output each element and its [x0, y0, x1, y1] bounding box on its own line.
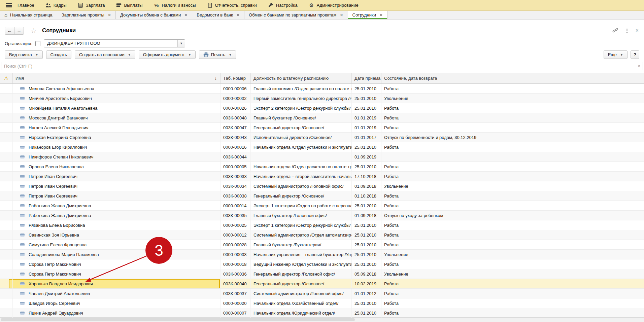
table-row[interactable]: Никаноров Егор Кириллович0000-00016Начал…: [0, 142, 644, 152]
forward-button[interactable]: →: [14, 27, 24, 34]
table-row[interactable]: Петров Иван Сергеевич003К-00034Системный…: [0, 181, 644, 191]
employee-card-icon: [20, 175, 25, 178]
create-based-on-button[interactable]: Создать на основании▼: [75, 50, 135, 59]
column-header-4[interactable]: Дата приема: [352, 73, 381, 83]
cell-state: Работа: [381, 240, 644, 249]
cell-hire-date: 01.09.2019: [352, 152, 381, 162]
table-row[interactable]: Петров Иван Сергеевич003К-00033Начальник…: [0, 172, 644, 181]
column-header-3[interactable]: Должность по штатному расписанию: [251, 73, 352, 83]
view-list-button[interactable]: Вид списка▼: [5, 50, 43, 59]
cell-hire-date: 25.01.2010: [352, 84, 381, 93]
organization-combobox[interactable]: ДЖИНДЖЕР ГРУПП ООО ▼: [44, 39, 185, 47]
more-actions-icon[interactable]: [626, 30, 628, 31]
cell-name: Петров Иван Сергеевич: [13, 191, 221, 201]
tab-bank-salary-exchange[interactable]: Обмен с банками по зарплатным проектам✕: [244, 11, 348, 19]
menu-item-glavnoe[interactable]: Главное: [18, 3, 34, 8]
button-label: Создать: [50, 52, 67, 57]
cell-warning: [0, 289, 13, 298]
table-row[interactable]: Рязанова Елена Борисовна0000-00025Экспер…: [0, 220, 644, 230]
cell-tab-number: 0000-00025: [221, 220, 251, 230]
menu-item-kadry[interactable]: Кадры: [45, 3, 67, 8]
table-row[interactable]: Савинская Зоя Юрьевна0000-00012Системный…: [0, 230, 644, 240]
search-input[interactable]: [1, 62, 643, 70]
cell-position: Начальник отдела – второй заместитель на…: [251, 172, 352, 181]
print-button[interactable]: Печать▼: [199, 50, 236, 59]
column-header-label: Состояние, дата возврата: [384, 76, 437, 81]
menu-item-otchetnost[interactable]: Отчетность, справки: [207, 3, 257, 8]
cell-warning: [0, 220, 13, 230]
table-row[interactable]: Работкина Жанна Дмитриевна0000-00014Эксп…: [0, 201, 644, 211]
chevron-down-icon[interactable]: ▼: [177, 40, 185, 47]
help-button[interactable]: ?: [631, 50, 639, 59]
table-row[interactable]: Никифоров Степан Николаевич003К-0004401.…: [0, 152, 644, 162]
horizontal-scrollbar[interactable]: [0, 317, 644, 322]
search-clear-icon[interactable]: ×: [638, 63, 640, 68]
table-row[interactable]: Петров Иван Сергеевич003К-00038Генеральн…: [0, 191, 644, 201]
tab-close-icon[interactable]: ✕: [236, 13, 240, 17]
table-row[interactable]: Мосесов Дмитрий Ваганович003К-00048Главн…: [0, 113, 644, 123]
table-header: ⚠Имя↓Таб. номерДолжность по штатному рас…: [0, 73, 644, 84]
employee-card-icon: [20, 126, 25, 129]
back-button[interactable]: ←: [5, 27, 14, 34]
menu-item-administrirovanie[interactable]: ⚙Администрирование: [309, 3, 359, 8]
tab-bank-statements[interactable]: Ведомости в банк✕: [192, 11, 244, 19]
cell-tab-number: 0000-00006: [221, 84, 251, 93]
issue-document-button[interactable]: Оформить документ▼: [139, 50, 196, 59]
tab-close-icon[interactable]: ✕: [184, 13, 188, 17]
cell-tab-number: 003К-00048: [221, 113, 251, 122]
cell-hire-date: 25.01.2010: [352, 142, 381, 152]
menu-item-zarplata[interactable]: Зарплата: [78, 3, 105, 8]
tab-bank-exchange-docs[interactable]: Документы обмена с банками✕: [116, 11, 192, 19]
tab-label: Ведомости в банк: [197, 12, 233, 17]
menu-item-nastroyka[interactable]: Настройка: [268, 3, 298, 8]
tab-home[interactable]: ⌂Начальная страница: [0, 11, 57, 19]
cell-name: Нагаев Алексей Геннадьевич: [13, 123, 221, 132]
cell-name: Никаноров Егор Кириллович: [13, 142, 221, 152]
table-row[interactable]: Чапаев Дмитрий Анатольевич003К-00037Сист…: [0, 289, 644, 298]
tab-label: Документы обмена с банками: [120, 12, 181, 17]
table-row[interactable]: Солодовникова Мария Пахомовна0000-00003Н…: [0, 250, 644, 259]
column-header-warning[interactable]: ⚠: [0, 73, 13, 83]
tab-salary-projects[interactable]: Зарплатные проекты✕: [57, 11, 116, 19]
more-button[interactable]: Еще▼: [604, 50, 628, 59]
create-button[interactable]: Создать: [46, 50, 71, 59]
table-row[interactable]: Яцкив Андрей Эдуардович0000-00007Начальн…: [0, 308, 644, 318]
table-row-selected[interactable]: Хоронько Владлен Исидорович003К-00040Ген…: [0, 279, 644, 289]
column-header-1[interactable]: Имя↓: [13, 73, 221, 83]
cell-hire-date: 01.09.2018: [352, 181, 381, 191]
cell-tab-number: 003К-00047: [221, 123, 251, 132]
table-row[interactable]: Орлова Елена Николаевна0000-00005Начальн…: [0, 162, 644, 172]
table-row[interactable]: Работкина Жанна Дмитриевна003К-00035Глав…: [0, 211, 644, 220]
tab-close-icon[interactable]: ✕: [108, 13, 111, 17]
get-link-icon[interactable]: [612, 28, 618, 34]
button-label: Оформить документ: [143, 52, 185, 57]
table-row[interactable]: Симутина Елена Францевна0000-00028Главны…: [0, 240, 644, 250]
hamburger-menu-icon[interactable]: [6, 3, 12, 7]
column-header-2[interactable]: Таб. номер: [221, 73, 251, 83]
table-row[interactable]: Милова Светлана Афанасьевна0000-00006Гла…: [0, 84, 644, 94]
organization-checkbox[interactable]: [35, 41, 40, 46]
column-header-5[interactable]: Состояние, дата возврата: [381, 73, 644, 83]
table-row[interactable]: Сорока Петр Максимович0000-00018Ведущий …: [0, 259, 644, 269]
employees-table: ⚠Имя↓Таб. номерДолжность по штатному рас…: [0, 73, 644, 318]
tab-close-icon[interactable]: ✕: [340, 13, 343, 17]
cell-position: Системный администратор /Головной офис/: [251, 181, 352, 191]
main-menu: ГлавноеКадрыЗарплатаВыплаты%Налоги и взн…: [18, 3, 370, 8]
menu-item-nalogi[interactable]: %Налоги и взносы: [154, 3, 196, 8]
cell-position: Системный администратор /Отдел автоматиз…: [251, 230, 352, 240]
cell-position: Эксперт 1 категории /Сектор дежурной слу…: [251, 220, 352, 230]
scrollbar-thumb[interactable]: [1, 318, 355, 321]
cell-name: Сорока Петр Максимович: [13, 259, 221, 269]
table-row[interactable]: Шведов Игорь Сергеевич0000-00020Начальни…: [0, 298, 644, 308]
tab-employees[interactable]: Сотрудники✕: [348, 11, 387, 19]
table-row[interactable]: Нагаев Алексей Геннадьевич003К-00047Гене…: [0, 123, 644, 133]
favorite-star-icon[interactable]: ☆: [31, 27, 37, 34]
menu-item-vyplaty[interactable]: Выплаты: [116, 3, 143, 8]
table-row[interactable]: Нарская Екатерина Сергеевна003К-00043Исп…: [0, 133, 644, 142]
table-row[interactable]: Минчев Аристотель Борисович0000-00002Пер…: [0, 94, 644, 103]
table-row[interactable]: Михейцева Наталия Анатольевна0000-00026Э…: [0, 103, 644, 113]
close-window-icon[interactable]: ×: [636, 28, 639, 34]
cell-state: Работа: [381, 289, 644, 298]
tab-close-icon[interactable]: ✕: [379, 13, 383, 17]
table-row[interactable]: Сорока Петр Максимович003К-00036Генераль…: [0, 269, 644, 279]
